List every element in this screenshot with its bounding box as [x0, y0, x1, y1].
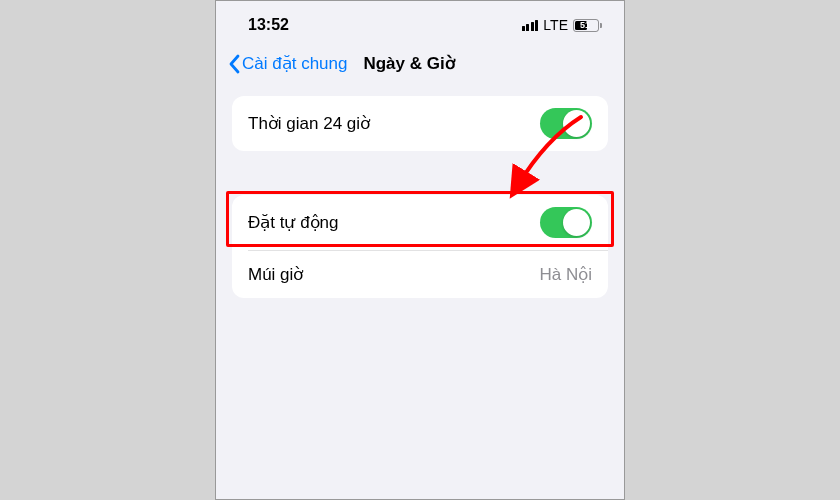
status-time: 13:52	[248, 16, 289, 34]
row-24hour-label: Thời gian 24 giờ	[248, 113, 370, 134]
row-timezone[interactable]: Múi giờ Hà Nội	[232, 250, 608, 298]
phone-screen: 13:52 LTE 51	[215, 0, 625, 500]
row-timezone-value: Hà Nội	[539, 264, 592, 285]
row-24hour-time: Thời gian 24 giờ	[232, 96, 608, 151]
signal-icon	[522, 20, 539, 31]
back-label: Cài đặt chung	[242, 53, 347, 74]
settings-content: Thời gian 24 giờ Đặt tự động Múi giờ Hà …	[216, 96, 624, 298]
network-type-label: LTE	[543, 17, 568, 33]
battery-percent: 51	[580, 20, 590, 30]
toggle-set-automatically[interactable]	[540, 207, 592, 238]
page-title: Ngày & Giờ	[363, 53, 454, 74]
status-bar: 13:52 LTE 51	[216, 1, 624, 45]
status-indicators: LTE 51	[522, 17, 602, 33]
settings-group-1: Thời gian 24 giờ	[232, 96, 608, 151]
settings-group-2: Đặt tự động Múi giờ Hà Nội	[232, 195, 608, 298]
chevron-left-icon	[228, 54, 240, 74]
battery-icon: 51	[573, 19, 602, 32]
navigation-bar: Cài đặt chung Ngày & Giờ	[216, 45, 624, 88]
toggle-thumb	[563, 209, 590, 236]
row-timezone-label: Múi giờ	[248, 264, 303, 285]
back-button[interactable]: Cài đặt chung	[228, 53, 347, 74]
toggle-24hour[interactable]	[540, 108, 592, 139]
toggle-thumb	[563, 110, 590, 137]
row-set-automatically: Đặt tự động	[232, 195, 608, 250]
row-auto-label: Đặt tự động	[248, 212, 339, 233]
